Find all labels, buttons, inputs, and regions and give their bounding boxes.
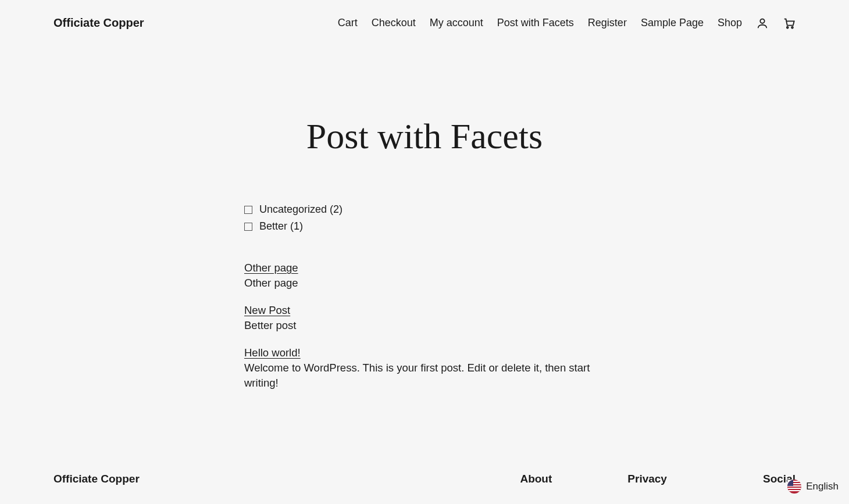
cart-icon[interactable] <box>783 17 796 30</box>
language-label: English <box>806 481 839 492</box>
footer-col-privacy: Privacy Privacy Policy <box>627 473 687 504</box>
facet-label: Uncategorized (2) <box>259 203 343 216</box>
nav-register[interactable]: Register <box>588 17 627 29</box>
facets-list: Uncategorized (2) Better (1) <box>244 203 605 233</box>
post-excerpt: Other page <box>244 276 605 291</box>
page-title: Post with Facets <box>244 116 605 157</box>
post-item: New Post Better post <box>244 304 605 334</box>
site-title[interactable]: Officiate Copper <box>53 16 144 30</box>
footer-heading: Privacy <box>627 473 687 485</box>
footer-site-title[interactable]: Officiate Copper <box>53 473 241 485</box>
footer-branding: Officiate Copper Just another WordPress … <box>53 473 241 504</box>
main-content: Post with Facets Uncategorized (2) Bette… <box>244 46 605 438</box>
footer-columns: About Team Privacy Privacy Policy Social… <box>520 473 796 504</box>
primary-nav: Cart Checkout My account Post with Facet… <box>338 17 742 29</box>
svg-point-0 <box>760 19 764 23</box>
checkbox-icon[interactable] <box>244 206 252 214</box>
nav-my-account[interactable]: My account <box>430 17 483 29</box>
language-switcher[interactable]: English <box>787 480 839 494</box>
svg-rect-7 <box>787 488 801 489</box>
svg-point-2 <box>791 26 793 28</box>
nav-post-with-facets[interactable]: Post with Facets <box>497 17 574 29</box>
nav-shop[interactable]: Shop <box>718 17 742 29</box>
checkbox-icon[interactable] <box>244 223 252 231</box>
post-excerpt: Welcome to WordPress. This is your first… <box>244 360 605 392</box>
post-excerpt: Better post <box>244 318 605 334</box>
account-icon[interactable] <box>756 17 769 30</box>
nav-cart[interactable]: Cart <box>338 17 358 29</box>
nav-sample-page[interactable]: Sample Page <box>641 17 704 29</box>
flag-us-icon <box>787 480 801 494</box>
facet-item-better[interactable]: Better (1) <box>244 220 605 233</box>
footer-col-about: About Team <box>520 473 552 504</box>
svg-point-1 <box>787 26 789 28</box>
post-item: Hello world! Welcome to WordPress. This … <box>244 346 605 392</box>
header-right: Cart Checkout My account Post with Facet… <box>338 17 796 30</box>
post-item: Other page Other page <box>244 262 605 291</box>
site-header: Officiate Copper Cart Checkout My accoun… <box>0 0 849 46</box>
facet-label: Better (1) <box>259 220 303 233</box>
nav-checkout[interactable]: Checkout <box>372 17 416 29</box>
post-title-link[interactable]: Other page <box>244 262 298 274</box>
site-footer: Officiate Copper Just another WordPress … <box>0 438 849 504</box>
footer-heading: About <box>520 473 552 485</box>
svg-rect-9 <box>787 480 793 486</box>
post-title-link[interactable]: New Post <box>244 304 290 316</box>
facet-item-uncategorized[interactable]: Uncategorized (2) <box>244 203 605 216</box>
post-title-link[interactable]: Hello world! <box>244 346 301 359</box>
post-list: Other page Other page New Post Better po… <box>244 262 605 391</box>
svg-rect-8 <box>787 490 801 491</box>
